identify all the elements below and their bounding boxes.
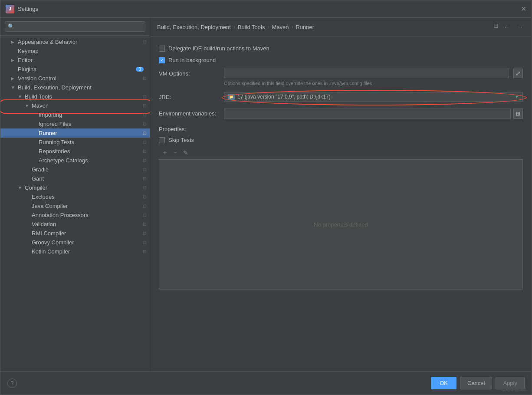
sidebar-item-groovy-compiler[interactable]: Groovy Compiler ⊡ bbox=[0, 238, 150, 247]
title-bar: J Settings ✕ bbox=[0, 0, 532, 18]
sidebar-item-label: Kotlin Compiler bbox=[32, 248, 143, 255]
settings-dialog: J Settings ✕ 🔍 ▶ Appearance & Behavior ⊡ bbox=[0, 0, 532, 395]
runner-settings: Delegate IDE build/run actions to Maven … bbox=[150, 36, 532, 371]
sidebar-item-appearance-behavior[interactable]: ▶ Appearance & Behavior ⊡ bbox=[0, 37, 150, 46]
breadcrumb-bar: Build, Execution, Deployment › Build Too… bbox=[150, 18, 532, 36]
sidebar-item-label: Editor bbox=[18, 57, 146, 63]
sidebar-item-gant[interactable]: Gant ⊡ bbox=[0, 174, 150, 183]
settings-icon: ⊡ bbox=[143, 194, 146, 199]
sidebar-item-rmi-compiler[interactable]: RMI Compiler ⊡ bbox=[0, 229, 150, 238]
jre-select[interactable]: 📁 17 (java version "17.0.9", path: D:/jd… bbox=[224, 92, 523, 102]
sidebar-item-compiler[interactable]: ▼ Compiler ⊡ bbox=[0, 183, 150, 192]
sidebar-item-repositories[interactable]: Repositories ⊡ bbox=[0, 147, 150, 156]
vm-options-row: VM Options: ⤢ bbox=[159, 69, 523, 78]
jre-row: JRE: 📁 17 (java version "17.0.9", path: … bbox=[159, 92, 523, 102]
remove-property-button[interactable]: － bbox=[171, 148, 180, 157]
properties-area: No properties defined bbox=[159, 159, 523, 290]
sidebar-item-label: Groovy Compiler bbox=[32, 239, 143, 246]
properties-title: Properties: bbox=[159, 126, 523, 132]
jre-label: JRE: bbox=[159, 92, 220, 100]
settings-icon: ⊡ bbox=[143, 149, 146, 154]
settings-icon: ⊡ bbox=[143, 231, 146, 236]
search-input[interactable] bbox=[5, 21, 145, 32]
settings-icon: ⊡ bbox=[143, 76, 146, 81]
sidebar-item-keymap[interactable]: Keymap bbox=[0, 46, 150, 56]
sidebar-item-label: Running Tests bbox=[39, 139, 143, 145]
nav-forward-button[interactable]: → bbox=[515, 22, 525, 32]
sidebar-item-label: Gant bbox=[32, 175, 143, 182]
nav-back-button[interactable]: ← bbox=[502, 22, 512, 32]
settings-icon: ⊡ bbox=[143, 94, 146, 99]
sidebar-item-label: RMI Compiler bbox=[32, 230, 143, 237]
sidebar-item-label: Keymap bbox=[18, 48, 146, 54]
edit-property-button[interactable]: ✎ bbox=[181, 148, 190, 157]
sidebar-item-label: Compiler bbox=[25, 184, 143, 191]
vm-options-hint: Options specified in this field override… bbox=[224, 81, 523, 86]
add-property-button[interactable]: ＋ bbox=[161, 148, 169, 157]
vm-options-expand-button[interactable]: ⤢ bbox=[513, 69, 523, 78]
settings-icon: ⊡ bbox=[143, 40, 146, 44]
properties-section: Properties: Skip Tests ＋ － ✎ No prop bbox=[159, 126, 523, 290]
env-expand-button[interactable]: ⊞ bbox=[513, 109, 523, 119]
breadcrumb-runner[interactable]: Runner bbox=[296, 24, 314, 30]
sidebar-item-build-execution[interactable]: ▼ Build, Execution, Deployment bbox=[0, 83, 150, 92]
help-button[interactable]: ? bbox=[7, 379, 17, 388]
breadcrumb-maven[interactable]: Maven bbox=[272, 24, 289, 30]
sidebar-item-importing[interactable]: Importing ⊡ bbox=[0, 110, 150, 119]
breadcrumb-sep-2: › bbox=[267, 24, 269, 30]
background-checkbox[interactable] bbox=[159, 57, 165, 63]
settings-icon: ⊡ bbox=[143, 112, 146, 117]
sidebar-item-running-tests[interactable]: Running Tests ⊡ bbox=[0, 138, 150, 147]
ok-button[interactable]: OK bbox=[431, 377, 456, 389]
sidebar-item-maven[interactable]: ▼ Maven ⊡ bbox=[0, 101, 150, 110]
sidebar: 🔍 ▶ Appearance & Behavior ⊡ Keymap bbox=[0, 18, 150, 371]
sidebar-item-label: Ignored Files bbox=[39, 121, 143, 127]
expand-icon: ▼ bbox=[25, 103, 32, 108]
expand-icon: ▼ bbox=[11, 85, 18, 90]
breadcrumb-actions: ⊟ ← → bbox=[493, 22, 525, 32]
sidebar-item-annotation-processors[interactable]: Annotation Processors ⊡ bbox=[0, 211, 150, 220]
expand-icon: ▶ bbox=[11, 40, 18, 44]
sidebar-item-ignored-files[interactable]: Ignored Files ⊡ bbox=[0, 119, 150, 128]
close-button[interactable]: ✕ bbox=[520, 6, 526, 12]
sidebar-item-validation[interactable]: Validation ⊡ bbox=[0, 220, 150, 229]
settings-icon: ⊡ bbox=[143, 122, 146, 126]
sidebar-item-java-compiler[interactable]: Java Compiler ⊡ bbox=[0, 201, 150, 211]
sidebar-item-plugins[interactable]: Plugins 3 bbox=[0, 65, 150, 74]
sidebar-item-archetype-catalogs[interactable]: Archetype Catalogs ⊡ bbox=[0, 156, 150, 165]
expand-icon: ▼ bbox=[18, 185, 25, 190]
watermark: CSDN @Jdit. bbox=[501, 387, 527, 392]
sidebar-item-label: Validation bbox=[32, 221, 143, 227]
search-icon: 🔍 bbox=[8, 23, 14, 30]
skip-tests-row: Skip Tests bbox=[159, 137, 523, 143]
right-panel: Build, Execution, Deployment › Build Too… bbox=[150, 18, 532, 371]
delegate-label: Delegate IDE build/run actions to Maven bbox=[168, 45, 269, 52]
breadcrumb-build-execution[interactable]: Build, Execution, Deployment bbox=[157, 24, 231, 30]
cancel-button[interactable]: Cancel bbox=[460, 377, 492, 389]
env-variables-input[interactable] bbox=[224, 109, 511, 119]
sidebar-item-label: Java Compiler bbox=[32, 203, 143, 209]
sidebar-item-gradle[interactable]: Gradle ⊡ bbox=[0, 165, 150, 174]
vm-options-input[interactable] bbox=[224, 69, 509, 78]
delegate-checkbox[interactable] bbox=[159, 46, 165, 52]
plugins-badge: 3 bbox=[136, 67, 144, 72]
sidebar-item-editor[interactable]: ▶ Editor bbox=[0, 56, 150, 65]
settings-icon: ⊡ bbox=[143, 222, 146, 227]
sidebar-item-runner[interactable]: Runner ⊡ bbox=[0, 128, 150, 138]
sidebar-item-label: Version Control bbox=[18, 75, 143, 82]
env-label: Environment variables: bbox=[159, 109, 220, 117]
sidebar-item-version-control[interactable]: ▶ Version Control ⊡ bbox=[0, 74, 150, 83]
sidebar-item-label: Plugins bbox=[18, 66, 136, 72]
properties-toolbar: ＋ － ✎ bbox=[159, 147, 523, 159]
breadcrumb-build-tools[interactable]: Build Tools bbox=[238, 24, 265, 30]
expand-icon: ▼ bbox=[18, 94, 25, 99]
skip-tests-checkbox[interactable] bbox=[159, 137, 165, 143]
sidebar-item-label: Annotation Processors bbox=[32, 212, 143, 218]
settings-icon: ⊡ bbox=[143, 213, 146, 217]
sidebar-item-label: Archetype Catalogs bbox=[39, 157, 143, 164]
sidebar-item-excludes[interactable]: Excludes ⊡ bbox=[0, 192, 150, 201]
background-label: Run in background bbox=[168, 57, 216, 63]
sidebar-item-build-tools[interactable]: ▼ Build Tools ⊡ bbox=[0, 92, 150, 101]
bottom-bar: ? OK Cancel Apply bbox=[0, 371, 532, 395]
sidebar-item-kotlin-compiler[interactable]: Kotlin Compiler ⊡ bbox=[0, 247, 150, 256]
